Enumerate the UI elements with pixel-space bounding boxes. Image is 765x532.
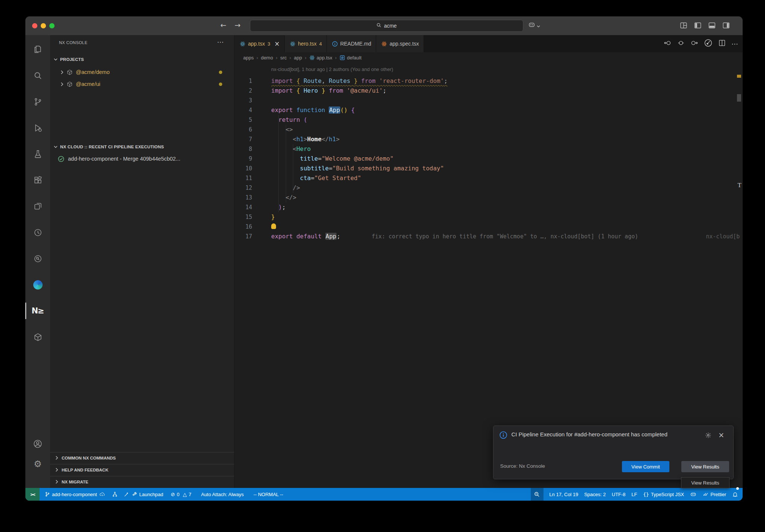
close-icon[interactable]: × (718, 431, 724, 439)
navigate-forward-icon[interactable]: → (235, 21, 241, 29)
source-control-icon[interactable] (25, 92, 50, 111)
tab-hero.tsx[interactable]: hero.tsx4 (285, 35, 327, 52)
view-commit-button[interactable]: View Commit (622, 461, 669, 472)
remote-indicator[interactable]: >< (25, 488, 40, 501)
breadcrumb-demo[interactable]: demo (261, 55, 273, 61)
close-icon[interactable]: × (274, 40, 279, 47)
split-editor-icon[interactable] (718, 39, 726, 49)
view-results-button[interactable]: View Results (681, 461, 729, 472)
code-area[interactable]: nx-cloud[bot], 1 hour ago | 2 authors (Y… (235, 63, 743, 488)
code-line-15[interactable]: 15} (235, 212, 743, 222)
scrollbar-thumb[interactable] (737, 94, 741, 102)
code-line-1[interactable]: 1import { Route, Routes } from 'react-ro… (235, 76, 743, 86)
code-line-12[interactable]: 12 /> (235, 183, 743, 193)
auto-attach-item[interactable]: Auto Attach: Always (201, 488, 244, 501)
tab-badge: 4 (319, 41, 322, 47)
git-branch-item[interactable]: add-hero-component (45, 488, 105, 501)
more-actions-icon[interactable]: ⋯ (731, 40, 738, 48)
command-center-search[interactable]: acme (250, 20, 523, 32)
code-line-6[interactable]: 6 <> (235, 125, 743, 134)
extensions-icon[interactable] (25, 170, 50, 190)
code-line-3[interactable]: 3 (235, 96, 743, 105)
code-line-11[interactable]: 11 cta="Get Started" (235, 173, 743, 183)
tab-app.tsx[interactable]: app.tsx3× (235, 35, 285, 52)
section-nx-cloud[interactable]: NX CLOUD :: RECENT CI PIPELINE EXECUTION… (50, 142, 234, 152)
encoding-item[interactable]: UTF-8 (612, 488, 626, 501)
navigate-forward-circle-icon[interactable] (690, 39, 699, 49)
breadcrumb-default[interactable]: default (340, 55, 362, 61)
code-line-7[interactable]: 7 <h1>Home</h1> (235, 134, 743, 144)
account-icon[interactable] (25, 434, 50, 454)
source-control-graph-item[interactable] (112, 488, 118, 501)
run-and-debug-icon[interactable] (25, 118, 50, 137)
navigate-back-circle-icon[interactable] (663, 39, 672, 49)
section-common-nx-commands[interactable]: COMMON NX COMMANDS (50, 452, 234, 463)
cursor-position-item[interactable]: Ln 17, Col 19 (549, 488, 578, 501)
breadcrumb-app.tsx[interactable]: app.tsx (309, 55, 332, 61)
history-icon[interactable] (25, 223, 50, 242)
testing-beaker-icon[interactable] (25, 144, 50, 164)
breadcrumb-separator: › (289, 55, 291, 61)
search-icon[interactable] (25, 66, 50, 85)
nx-console-icon[interactable]: N≥ (25, 301, 50, 321)
settings-gear-icon[interactable]: ⚙ (25, 454, 50, 474)
more-actions-icon[interactable]: ⋯ (217, 38, 224, 46)
edge-devtools-icon[interactable] (25, 275, 50, 294)
project-item-@acme/demo[interactable]: @acme/demo (50, 66, 234, 78)
code-line-4[interactable]: 4export function App() { (235, 105, 743, 115)
code-line-16[interactable]: 16 (235, 222, 743, 232)
tab-README.md[interactable]: README.md (327, 35, 376, 52)
code-line-10[interactable]: 10 subtitle="Build something amazing tod… (235, 164, 743, 173)
copilot-status-item[interactable] (690, 488, 697, 501)
section-help-and-feedback[interactable]: HELP AND FEEDBACK (50, 464, 234, 475)
windows-icon[interactable] (25, 197, 50, 216)
lightbulb-icon[interactable] (271, 223, 276, 229)
code-line-13[interactable]: 13 </> (235, 193, 743, 202)
package-icon[interactable] (25, 327, 50, 347)
problems-item[interactable]: ⊘ 0 △ 7 (171, 488, 191, 501)
section-nx-migrate[interactable]: NX MIGRATE (50, 476, 234, 487)
toggle-sidebar-icon[interactable] (694, 22, 701, 29)
project-item-@acme/ui[interactable]: @acme/ui (50, 78, 234, 90)
copilot-menu[interactable] (528, 21, 540, 30)
breadcrumb-app[interactable]: app (294, 55, 302, 61)
zoom-indicator[interactable] (531, 488, 543, 501)
explorer-icon[interactable] (25, 40, 50, 59)
pipeline-execution-item[interactable]: add-hero-component - Merge 409b44e5cb02.… (50, 153, 234, 164)
code-line-8[interactable]: 8 <Hero (235, 144, 743, 154)
error-count: 0 (177, 492, 179, 497)
toggle-panel-icon[interactable] (708, 22, 716, 29)
view-results-tooltip: View Results (681, 477, 730, 488)
breadcrumb-src[interactable]: src (280, 55, 287, 61)
navigate-back-icon[interactable]: ← (220, 21, 226, 29)
project-label: @acme/demo (76, 69, 109, 75)
minimize-window-button[interactable] (41, 23, 46, 28)
tab-app.spec.tsx[interactable]: app.spec.tsx (376, 35, 424, 52)
run-target-icon[interactable] (704, 38, 713, 49)
notification-settings-gear-icon[interactable] (705, 432, 712, 440)
section-projects[interactable]: PROJECTS (50, 55, 234, 64)
editor-group: app.tsx3×hero.tsx4README.mdapp.spec.tsx … (234, 35, 743, 488)
circle-icon[interactable] (677, 39, 685, 49)
tab-label: README.md (340, 41, 371, 47)
code-search-icon[interactable] (25, 249, 50, 268)
code-line-5[interactable]: 5 return ( (235, 115, 743, 125)
indentation-item[interactable]: Spaces: 2 (584, 488, 606, 501)
customize-layout-icon[interactable] (680, 22, 687, 29)
line-content (271, 223, 276, 230)
code-line-9[interactable]: 9 title="Welcome @acme/demo" (235, 154, 743, 164)
eol-item[interactable]: LF (632, 488, 637, 501)
launchpad-item[interactable]: Launchpad (124, 488, 163, 501)
code-line-2[interactable]: 2import { Hero } from '@acme/ui'; (235, 86, 743, 96)
check-circle-icon (58, 155, 65, 163)
zoom-window-button[interactable] (49, 23, 55, 28)
breadcrumb-apps[interactable]: apps (243, 55, 254, 61)
code-line-17[interactable]: 17export default App;fix: correct typo i… (235, 232, 743, 241)
close-window-button[interactable] (32, 23, 37, 28)
code-line-14[interactable]: 14 ); (235, 202, 743, 212)
vim-mode-item[interactable]: -- NORMAL -- (253, 488, 283, 501)
prettier-item[interactable]: ✓✓ Prettier (703, 488, 726, 501)
toggle-secondary-sidebar-icon[interactable] (722, 22, 730, 29)
language-mode-item[interactable]: {} TypeScript JSX (643, 488, 684, 501)
notifications-bell-item[interactable] (732, 488, 738, 501)
